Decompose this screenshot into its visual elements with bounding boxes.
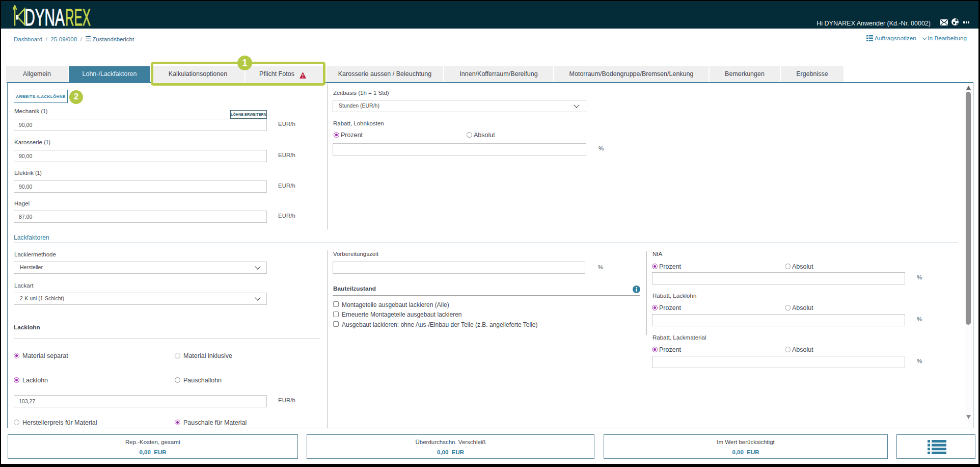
svg-text:REX: REX <box>65 4 91 28</box>
svg-text:DYNA: DYNA <box>24 4 65 28</box>
